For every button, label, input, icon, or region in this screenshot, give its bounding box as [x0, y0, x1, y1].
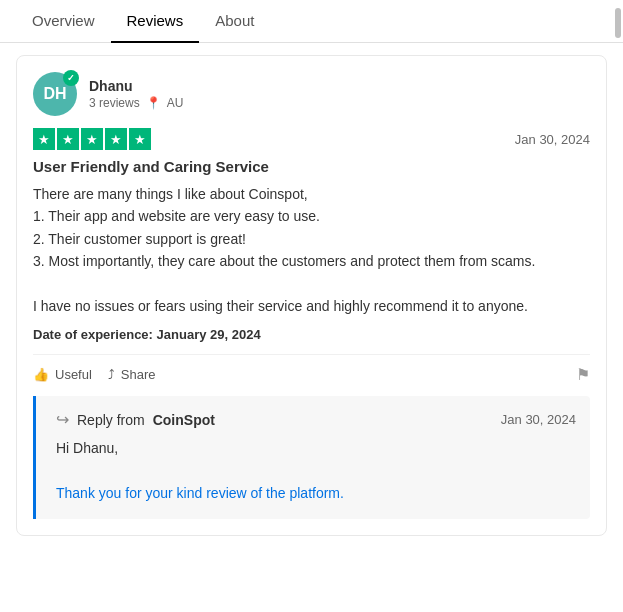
review-card: DH ✓ Dhanu 3 reviews 📍 AU ★ ★ ★ ★ ★ Jan …	[16, 55, 607, 536]
review-line-2: 1. Their app and website are very easy t…	[33, 205, 590, 227]
tab-about[interactable]: About	[199, 0, 270, 43]
reply-arrow-icon: ↪	[56, 410, 69, 429]
tab-reviews[interactable]: Reviews	[111, 0, 200, 43]
reply-from: ↪ Reply from CoinSpot	[56, 410, 215, 429]
location-icon: 📍	[146, 96, 161, 110]
review-actions: 👍 Useful ⤴ Share ⚑	[33, 354, 590, 384]
share-button[interactable]: ⤴ Share	[108, 367, 156, 382]
reviews-content: DH ✓ Dhanu 3 reviews 📍 AU ★ ★ ★ ★ ★ Jan …	[0, 43, 623, 560]
review-count: 3 reviews	[89, 96, 140, 110]
reply-body: Hi Dhanu, Thank you for your kind review…	[56, 437, 576, 504]
reviewer-meta: 3 reviews 📍 AU	[89, 96, 183, 110]
flag-button[interactable]: ⚑	[576, 365, 590, 384]
location: AU	[167, 96, 184, 110]
reply-header: ↪ Reply from CoinSpot Jan 30, 2024	[56, 410, 576, 429]
review-line-1: There are many things I like about Coins…	[33, 183, 590, 205]
review-date: Jan 30, 2024	[515, 132, 590, 147]
star-1: ★	[33, 128, 55, 150]
scrollbar[interactable]	[615, 8, 621, 38]
reply-prefix: Reply from	[77, 412, 145, 428]
reply-greeting: Hi Dhanu,	[56, 437, 576, 459]
tab-bar: Overview Reviews About	[0, 0, 623, 43]
date-of-experience: Date of experience: January 29, 2024	[33, 327, 590, 342]
reviewer-header: DH ✓ Dhanu 3 reviews 📍 AU	[33, 72, 590, 116]
useful-button[interactable]: 👍 Useful	[33, 367, 92, 382]
reply-section: ↪ Reply from CoinSpot Jan 30, 2024 Hi Dh…	[33, 396, 590, 518]
reply-author: CoinSpot	[153, 412, 215, 428]
review-body: There are many things I like about Coins…	[33, 183, 590, 317]
star-3: ★	[81, 128, 103, 150]
verified-badge: ✓	[63, 70, 79, 86]
review-title: User Friendly and Caring Service	[33, 158, 590, 175]
reviewer-info: Dhanu 3 reviews 📍 AU	[89, 78, 183, 110]
star-4: ★	[105, 128, 127, 150]
reviewer-name: Dhanu	[89, 78, 183, 94]
stars: ★ ★ ★ ★ ★	[33, 128, 151, 150]
review-line-5: I have no issues or fears using their se…	[33, 295, 590, 317]
reply-date: Jan 30, 2024	[501, 412, 576, 427]
avatar: DH ✓	[33, 72, 77, 116]
rating-row: ★ ★ ★ ★ ★ Jan 30, 2024	[33, 128, 590, 150]
review-line-4: 3. Most importantly, they care about the…	[33, 250, 590, 272]
reply-text: Thank you for your kind review of the pl…	[56, 482, 576, 504]
review-line-3: 2. Their customer support is great!	[33, 228, 590, 250]
share-icon: ⤴	[108, 367, 115, 382]
thumbs-up-icon: 👍	[33, 367, 49, 382]
tab-overview[interactable]: Overview	[16, 0, 111, 43]
star-5: ★	[129, 128, 151, 150]
star-2: ★	[57, 128, 79, 150]
tabs-container: Overview Reviews About	[0, 0, 623, 43]
